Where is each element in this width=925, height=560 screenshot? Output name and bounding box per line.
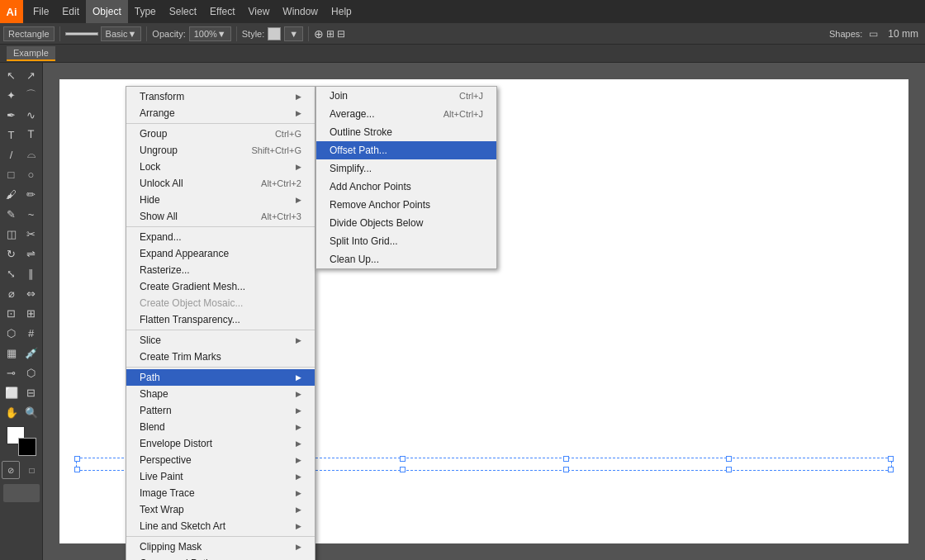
transform-icon[interactable]: ⊟	[337, 28, 345, 40]
menu-item-show-all[interactable]: Show All Alt+Ctrl+3	[126, 208, 315, 225]
reflect-tool[interactable]: ⇌	[22, 244, 40, 263]
menu-item-shape[interactable]: Shape	[126, 386, 315, 402]
shear-tool[interactable]: ∥	[22, 264, 40, 282]
artboard-tool[interactable]: ⬜	[2, 383, 21, 401]
menu-type[interactable]: Type	[128, 0, 163, 23]
magic-wand-tool[interactable]: ✦	[2, 86, 21, 104]
menu-item-compound-path[interactable]: Compound Path	[126, 555, 315, 560]
menu-effect[interactable]: Effect	[203, 0, 241, 23]
menu-item-gradient-mesh[interactable]: Create Gradient Mesh...	[126, 278, 315, 295]
live-paint-bucket[interactable]: ⬡	[22, 363, 40, 382]
menu-item-blend[interactable]: Blend	[126, 419, 315, 435]
handle-bm3[interactable]	[563, 467, 569, 472]
screen-mode[interactable]	[3, 484, 40, 502]
menu-item-unlock-all[interactable]: Unlock All Alt+Ctrl+2	[126, 175, 315, 192]
menu-item-expand-appearance[interactable]: Expand Appearance	[126, 245, 315, 262]
shape-builder-tool[interactable]: ⊞	[22, 304, 40, 322]
menu-item-clipping-mask[interactable]: Clipping Mask	[126, 539, 315, 555]
menu-object[interactable]: Object	[86, 0, 128, 23]
color-mode[interactable]: □	[23, 461, 41, 479]
smooth-tool[interactable]: ~	[22, 205, 40, 223]
handle-bm4[interactable]	[726, 467, 732, 472]
selection-tool[interactable]: ↖	[2, 66, 21, 84]
menu-item-pattern[interactable]: Pattern	[126, 402, 315, 419]
handle-bl[interactable]	[74, 467, 80, 472]
eyedropper-tool[interactable]: 💉	[22, 344, 40, 362]
menu-item-path[interactable]: Path	[126, 369, 315, 386]
menu-item-rasterize[interactable]: Rasterize...	[126, 262, 315, 278]
path-item-add-anchor[interactable]: Add Anchor Points	[316, 178, 496, 196]
opacity-value[interactable]: 100% ▼	[189, 26, 231, 41]
menu-item-text-wrap[interactable]: Text Wrap	[126, 501, 315, 518]
pen-tool[interactable]: ✒	[2, 106, 21, 124]
menu-edit[interactable]: Edit	[55, 0, 86, 23]
menu-item-group[interactable]: Group Ctrl+G	[126, 126, 315, 142]
menu-item-line-sketch[interactable]: Line and Sketch Art	[126, 518, 315, 534]
menu-item-envelope-distort[interactable]: Envelope Distort	[126, 435, 315, 452]
arc-tool[interactable]: ⌓	[22, 145, 40, 164]
curvature-tool[interactable]: ∿	[22, 106, 40, 124]
perspective-grid-tool[interactable]: ⬡	[2, 324, 21, 342]
path-item-clean-up[interactable]: Clean Up...	[316, 250, 496, 268]
path-item-simplify[interactable]: Simplify...	[316, 159, 496, 178]
path-item-remove-anchor[interactable]: Remove Anchor Points	[316, 196, 496, 214]
effects-icon[interactable]: ⊕	[314, 27, 324, 40]
path-item-offset-path[interactable]: Offset Path...	[316, 141, 496, 159]
path-item-split-grid[interactable]: Split Into Grid...	[316, 232, 496, 250]
slice-tool[interactable]: ⊟	[22, 383, 40, 401]
handle-br[interactable]	[888, 467, 894, 472]
direct-selection-tool[interactable]: ↗	[22, 66, 40, 84]
lasso-tool[interactable]: ⌒	[22, 86, 40, 104]
path-item-divide-objects[interactable]: Divide Objects Below	[316, 214, 496, 232]
canvas-tab[interactable]: Example	[7, 46, 55, 61]
menu-item-slice[interactable]: Slice	[126, 332, 315, 349]
menu-item-expand[interactable]: Expand...	[126, 229, 315, 245]
type-tool[interactable]: T	[2, 126, 21, 144]
handle-tl[interactable]	[74, 456, 80, 462]
line-segment-tool[interactable]: /	[2, 145, 21, 164]
rotate-tool[interactable]: ↻	[2, 244, 21, 263]
align-icon[interactable]: ⊞	[326, 28, 334, 40]
menu-item-live-paint[interactable]: Live Paint	[126, 468, 315, 485]
scissors-tool[interactable]: ✂	[22, 225, 40, 243]
blob-brush-tool[interactable]: ✏	[22, 185, 40, 203]
menu-item-trim-marks[interactable]: Create Trim Marks	[126, 349, 315, 365]
menu-help[interactable]: Help	[325, 0, 358, 23]
warp-tool[interactable]: ⌀	[2, 284, 21, 302]
path-item-join[interactable]: Join Ctrl+J	[316, 87, 496, 105]
paintbrush-tool[interactable]: 🖌	[2, 185, 21, 203]
rectangle-tool[interactable]: □	[2, 165, 21, 183]
path-item-outline-stroke[interactable]: Outline Stroke	[316, 123, 496, 141]
menu-item-image-trace[interactable]: Image Trace	[126, 485, 315, 501]
menu-view[interactable]: View	[242, 0, 277, 23]
style-selector[interactable]: ▼	[284, 26, 303, 41]
path-item-average[interactable]: Average... Alt+Ctrl+J	[316, 105, 496, 123]
ellipse-tool[interactable]: ○	[22, 165, 40, 183]
menu-item-hide[interactable]: Hide	[126, 192, 315, 208]
eraser-tool[interactable]: ◫	[2, 225, 21, 243]
handle-tm4[interactable]	[726, 456, 732, 462]
touch-type-tool[interactable]: Ꭲ	[22, 126, 40, 144]
blend-tool[interactable]: ⊸	[2, 363, 21, 382]
menu-item-ungroup[interactable]: Ungroup Shift+Ctrl+G	[126, 142, 315, 159]
width-tool[interactable]: ⇔	[22, 284, 40, 302]
stroke-style[interactable]: Basic ▼	[101, 26, 142, 41]
zoom-tool[interactable]: 🔍	[22, 403, 40, 421]
menu-item-flatten[interactable]: Flatten Transparency...	[126, 311, 315, 328]
none-fill[interactable]: ⊘	[2, 461, 20, 479]
menu-item-lock[interactable]: Lock	[126, 159, 315, 175]
handle-tm2[interactable]	[400, 456, 406, 462]
handle-bm2[interactable]	[400, 467, 406, 472]
pencil-tool[interactable]: ✎	[2, 205, 21, 223]
shape-selector[interactable]: Rectangle	[3, 26, 55, 41]
hand-tool[interactable]: ✋	[2, 403, 21, 421]
menu-window[interactable]: Window	[276, 0, 325, 23]
menu-select[interactable]: Select	[163, 0, 203, 23]
menu-item-transform[interactable]: Transform	[126, 88, 315, 105]
handle-tr[interactable]	[888, 456, 894, 462]
menu-item-arrange[interactable]: Arrange	[126, 105, 315, 121]
scale-tool[interactable]: ⤡	[2, 264, 21, 282]
mesh-tool[interactable]: #	[22, 324, 40, 342]
menu-item-perspective[interactable]: Perspective	[126, 452, 315, 468]
gradient-tool[interactable]: ▦	[2, 344, 21, 362]
